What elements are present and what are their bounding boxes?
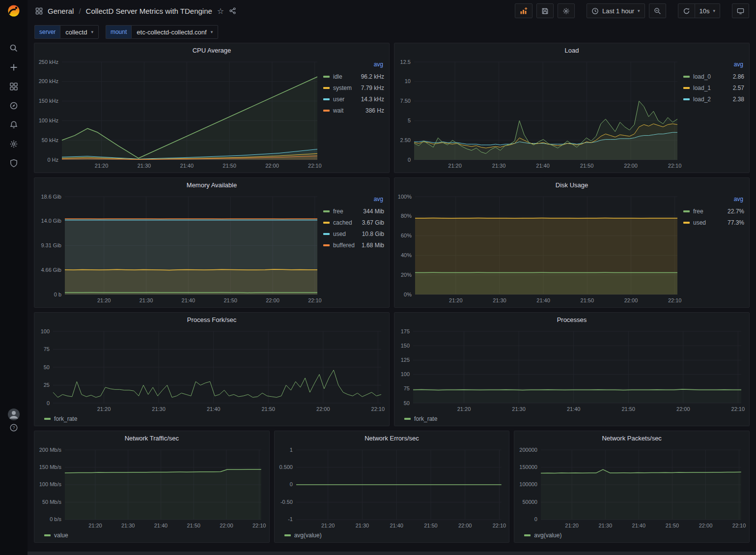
breadcrumb-title[interactable]: CollectD Server Metrics with TDengine bbox=[86, 7, 212, 15]
horizontal-scrollbar[interactable] bbox=[28, 552, 756, 555]
panel-title[interactable]: Network Packets/sec bbox=[514, 431, 749, 445]
svg-text:21:20: 21:20 bbox=[321, 523, 335, 528]
svg-text:12.5: 12.5 bbox=[400, 59, 411, 65]
svg-text:22:10: 22:10 bbox=[308, 163, 322, 169]
svg-text:21:50: 21:50 bbox=[424, 523, 438, 528]
series-name[interactable]: load_0 bbox=[693, 73, 711, 80]
svg-text:22:00: 22:00 bbox=[624, 297, 638, 303]
series-name[interactable]: avg(value) bbox=[294, 532, 322, 539]
create-plus-icon[interactable] bbox=[9, 63, 18, 72]
panel-title[interactable]: Memory Available bbox=[34, 178, 389, 192]
svg-text:-1: -1 bbox=[288, 516, 293, 522]
share-icon[interactable] bbox=[229, 7, 236, 15]
series-color-swatch bbox=[323, 76, 330, 78]
svg-text:21:30: 21:30 bbox=[599, 523, 613, 528]
processes-chart[interactable]: 507510012515017521:2021:3021:4021:5022:0… bbox=[396, 326, 746, 414]
save-dashboard-button[interactable] bbox=[536, 3, 554, 18]
series-name[interactable]: cached bbox=[333, 219, 352, 226]
network-errors-chart[interactable]: -1-0.5000.500121:2021:3021:4021:5022:002… bbox=[277, 445, 506, 530]
series-name[interactable]: load_2 bbox=[693, 96, 711, 103]
explore-compass-icon[interactable] bbox=[9, 101, 18, 110]
load-chart[interactable]: 02.5057.501012.521:2021:3021:4021:5022:0… bbox=[396, 57, 682, 171]
panel-title[interactable]: Network Traffic/sec bbox=[34, 431, 269, 445]
server-admin-shield-icon[interactable] bbox=[9, 159, 18, 168]
svg-text:21:40: 21:40 bbox=[536, 297, 550, 303]
legend-item: cached3.67 Gib bbox=[323, 217, 384, 228]
refresh-interval-picker[interactable]: 10s ▾ bbox=[695, 3, 721, 18]
series-name[interactable]: fork_rate bbox=[414, 415, 437, 422]
network-traffic-chart[interactable]: 0 b/s50 Mb/s100 Mb/s150 Mb/s200 Mb/s21:2… bbox=[36, 445, 266, 530]
refresh-button[interactable] bbox=[678, 3, 695, 18]
network-packets-chart[interactable]: 05000010000015000020000021:2021:3021:402… bbox=[516, 445, 746, 530]
series-name[interactable]: avg(value) bbox=[534, 532, 561, 539]
series-name[interactable]: load_1 bbox=[693, 85, 711, 91]
series-name[interactable]: wait bbox=[333, 107, 343, 114]
chevron-down-icon: ▾ bbox=[91, 29, 93, 34]
memory-available-chart[interactable]: 0 b4.66 Gib9.31 Gib14.0 Gib18.6 Gib21:20… bbox=[36, 192, 322, 305]
svg-text:50 Mb/s: 50 Mb/s bbox=[42, 499, 62, 505]
series-name[interactable]: value bbox=[54, 532, 68, 539]
breadcrumb-section[interactable]: General bbox=[48, 7, 74, 15]
user-avatar[interactable] bbox=[7, 408, 20, 417]
panel-title[interactable]: Load bbox=[394, 43, 749, 57]
legend-avg-header[interactable]: avg bbox=[323, 61, 384, 71]
svg-text:22:10: 22:10 bbox=[668, 297, 682, 303]
panel-title[interactable]: Process Fork/sec bbox=[34, 313, 389, 326]
svg-text:50: 50 bbox=[44, 364, 50, 370]
panel-legend: value bbox=[36, 530, 266, 540]
svg-text:21:30: 21:30 bbox=[512, 406, 526, 412]
series-name[interactable]: system bbox=[333, 85, 352, 91]
cpu-average-chart[interactable]: 0 Hz50 kHz100 kHz150 kHz200 kHz250 kHz21… bbox=[36, 57, 322, 171]
svg-text:21:30: 21:30 bbox=[140, 297, 153, 303]
panel-title[interactable]: Network Errors/sec bbox=[275, 431, 509, 445]
legend-avg-header[interactable]: avg bbox=[323, 196, 384, 205]
time-range-picker[interactable]: Last 1 hour ▾ bbox=[587, 3, 645, 18]
process-fork-chart[interactable]: 025507510021:2021:3021:4021:5022:0022:10 bbox=[36, 326, 386, 414]
series-name[interactable]: idle bbox=[333, 73, 342, 80]
dashboard-settings-button[interactable] bbox=[558, 3, 575, 18]
variable-value-mount[interactable]: etc-collectd-collectd.conf ▾ bbox=[131, 25, 218, 39]
alerting-bell-icon[interactable] bbox=[9, 120, 18, 129]
search-icon[interactable] bbox=[9, 44, 18, 53]
svg-text:21:20: 21:20 bbox=[565, 523, 579, 528]
cycle-view-button[interactable] bbox=[732, 3, 749, 18]
grafana-logo[interactable] bbox=[6, 3, 21, 18]
configuration-gear-icon[interactable] bbox=[9, 140, 18, 148]
legend-item: wait386 Hz bbox=[323, 105, 384, 116]
legend-item: system7.79 kHz bbox=[323, 82, 384, 93]
series-name[interactable]: used bbox=[693, 219, 706, 226]
help-icon[interactable]: ? bbox=[9, 423, 18, 432]
svg-text:250 kHz: 250 kHz bbox=[39, 59, 58, 65]
variable-server: server collectd ▾ bbox=[34, 25, 99, 39]
panel-title[interactable]: Processes bbox=[394, 313, 749, 326]
svg-text:22:00: 22:00 bbox=[316, 406, 330, 412]
svg-text:20%: 20% bbox=[401, 272, 412, 278]
series-name[interactable]: free bbox=[333, 208, 343, 215]
add-panel-button[interactable] bbox=[515, 3, 532, 18]
series-avg-value: 10.8 Gib bbox=[362, 231, 384, 237]
svg-text:100000: 100000 bbox=[520, 482, 538, 488]
series-name[interactable]: user bbox=[333, 96, 344, 103]
panel-process-fork: Process Fork/sec 025507510021:2021:3021:… bbox=[34, 312, 390, 426]
svg-text:22:10: 22:10 bbox=[668, 163, 682, 169]
svg-text:-0.50: -0.50 bbox=[280, 499, 293, 505]
legend-avg-header[interactable]: avg bbox=[683, 196, 744, 205]
legend-avg-header[interactable]: avg bbox=[683, 61, 744, 71]
disk-usage-chart[interactable]: 0%20%40%60%80%100%21:2021:3021:4021:5022… bbox=[396, 192, 682, 305]
svg-text:21:50: 21:50 bbox=[223, 163, 236, 169]
time-range-label: Last 1 hour bbox=[602, 7, 634, 15]
series-name[interactable]: free bbox=[693, 208, 703, 215]
series-name[interactable]: fork_rate bbox=[54, 415, 77, 422]
svg-text:21:40: 21:40 bbox=[182, 297, 196, 303]
variable-value-server[interactable]: collectd ▾ bbox=[60, 25, 99, 39]
panel-title[interactable]: CPU Average bbox=[34, 43, 389, 57]
star-icon[interactable]: ☆ bbox=[217, 6, 224, 16]
series-color-swatch bbox=[683, 98, 690, 100]
dashboards-icon[interactable] bbox=[9, 82, 18, 91]
panel-title[interactable]: Disk Usage bbox=[394, 178, 749, 192]
svg-text:21:40: 21:40 bbox=[632, 523, 646, 528]
series-name[interactable]: buffered bbox=[333, 242, 355, 249]
dashboard-grid-icon bbox=[35, 7, 43, 15]
series-name[interactable]: used bbox=[333, 231, 346, 237]
zoom-out-button[interactable] bbox=[649, 3, 666, 18]
